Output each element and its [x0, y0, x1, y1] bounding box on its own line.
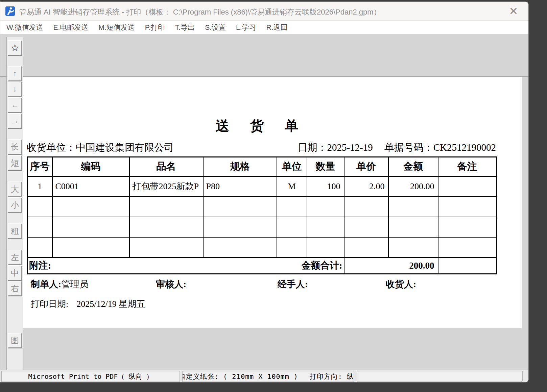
reviewer-signature: 审核人:	[156, 278, 186, 290]
app-window: 管易通 AI 智能进销存管理系统 - 打印（模板： C:\Program Fil…	[0, 1, 529, 383]
col-amount: 金额	[388, 157, 438, 176]
receiver-signature: 收货人:	[386, 278, 416, 290]
shorten-button[interactable]: 短	[8, 155, 22, 170]
cell-amount: 200.00	[388, 176, 438, 197]
cell-seq: 1	[27, 176, 52, 197]
cell-remark	[438, 176, 497, 197]
col-unit: 单位	[277, 157, 307, 176]
cell-qty: 100	[307, 176, 344, 197]
total-label: 金额合计:	[301, 259, 342, 272]
app-logo-icon	[5, 6, 15, 16]
table-row-empty	[27, 237, 497, 258]
titlebar: 管易通 AI 智能进销存管理系统 - 打印（模板： C:\Program Fil…	[0, 2, 528, 21]
print-date-line: 打印日期:2025/12/19 星期五	[31, 298, 145, 310]
menu-sms-send[interactable]: M.短信发送	[98, 23, 135, 32]
col-price: 单价	[344, 157, 388, 176]
align-right-button[interactable]: 右	[8, 281, 22, 296]
signature-row: 制单人:管理员 审核人: 经手人: 收货人:	[23, 278, 522, 290]
col-spec: 规格	[203, 157, 277, 176]
col-qty: 数量	[307, 157, 344, 176]
cell-spec: P80	[203, 176, 277, 197]
cell-price: 2.00	[344, 176, 388, 197]
total-remark-cell	[438, 258, 497, 274]
menu-learn[interactable]: L.学习	[236, 23, 256, 32]
total-amount-value: 200.00	[344, 258, 438, 274]
table-header-row: 序号 编码 品名 规格 单位 数量 单价 金额 备注	[27, 157, 497, 176]
menu-email-send[interactable]: E.电邮发送	[53, 23, 89, 32]
table-total-row: 附注: 金额合计: 200.00	[27, 258, 497, 274]
move-down-button[interactable]: ↓	[8, 81, 22, 97]
table-row-empty	[27, 217, 497, 237]
lengthen-button[interactable]: 长	[8, 139, 22, 154]
cell-name: 打包带2025新款P	[129, 176, 203, 197]
table-row: 1 C0001 打包带2025新款P P80 M 100 2.00 200.00	[27, 176, 497, 197]
align-left-button[interactable]: 左	[8, 250, 22, 265]
move-right-button[interactable]: →	[8, 113, 22, 128]
col-name: 品名	[129, 157, 203, 176]
document-info-row: 收货单位：中国建设集团有限公司 日期：2025-12-19单据号码：CK2512…	[27, 141, 496, 154]
format-toolbar: ☆ ↑ ↓ ← → 长 短 大 小 粗 左 中 右 图	[6, 37, 23, 370]
handler-signature: 经手人:	[278, 278, 308, 290]
date-number-line: 日期：2025-12-19单据号码：CK2512190002	[298, 141, 496, 154]
menubar: W.微信发送 E.电邮发送 M.短信发送 P.打印 T.导出 S.设置 L.学习…	[0, 21, 528, 34]
table-row-empty	[27, 197, 497, 217]
cell-unit: M	[277, 176, 307, 197]
shrink-button[interactable]: 小	[8, 197, 22, 213]
receiver-line: 收货单位：中国建设集团有限公司	[27, 141, 174, 154]
menu-return[interactable]: R.返回	[266, 23, 288, 32]
document-title: 送 货 单	[27, 117, 496, 135]
menu-export[interactable]: T.导出	[175, 23, 195, 32]
menu-print[interactable]: P.打印	[145, 23, 165, 32]
window-title: 管易通 AI 智能进销存管理系统 - 打印（模板： C:\Program Fil…	[19, 7, 381, 17]
close-icon[interactable]: ✕	[506, 4, 521, 18]
maker-signature: 制单人:管理员	[31, 278, 89, 290]
bold-button[interactable]: 粗	[8, 223, 22, 239]
cell-code: C0001	[52, 176, 129, 197]
col-seq: 序号	[27, 157, 52, 176]
statusbar-printer-panel: Microsoft Print to PDF（ 纵向 ）	[1, 371, 180, 382]
col-remark: 备注	[438, 157, 497, 176]
align-center-button[interactable]: 中	[8, 265, 22, 280]
enlarge-button[interactable]: 大	[8, 181, 22, 197]
delivery-items-table: 序号 编码 品名 规格 单位 数量 单价 金额 备注 1 C0001	[27, 156, 497, 274]
favorite-button[interactable]: ☆	[8, 40, 22, 55]
note-label: 附注:	[29, 259, 51, 272]
print-preview-page: 送 货 单 收货单位：中国建设集团有限公司 日期：2025-12-19单据号码：…	[23, 77, 522, 328]
content-area: ☆ ↑ ↓ ← → 长 短 大 小 粗 左 中 右 图 送 货 单 收货单位：中…	[0, 34, 528, 370]
col-code: 编码	[52, 157, 129, 176]
move-left-button[interactable]: ←	[8, 97, 22, 113]
image-button[interactable]: 图	[8, 333, 22, 348]
menu-settings[interactable]: S.设置	[205, 23, 226, 32]
statusbar: Microsoft Print to PDF（ 纵向 ） 自定义纸张: ( 21…	[0, 370, 528, 383]
menu-wechat-send[interactable]: W.微信发送	[6, 23, 43, 32]
note-and-total-cell: 附注: 金额合计:	[27, 258, 344, 274]
statusbar-paper-panel: 自定义纸张: ( 210mm X 100mm ) 打印方向: 纵向	[182, 371, 354, 382]
statusbar-extra-panel	[357, 371, 523, 382]
move-up-button[interactable]: ↑	[8, 66, 22, 81]
